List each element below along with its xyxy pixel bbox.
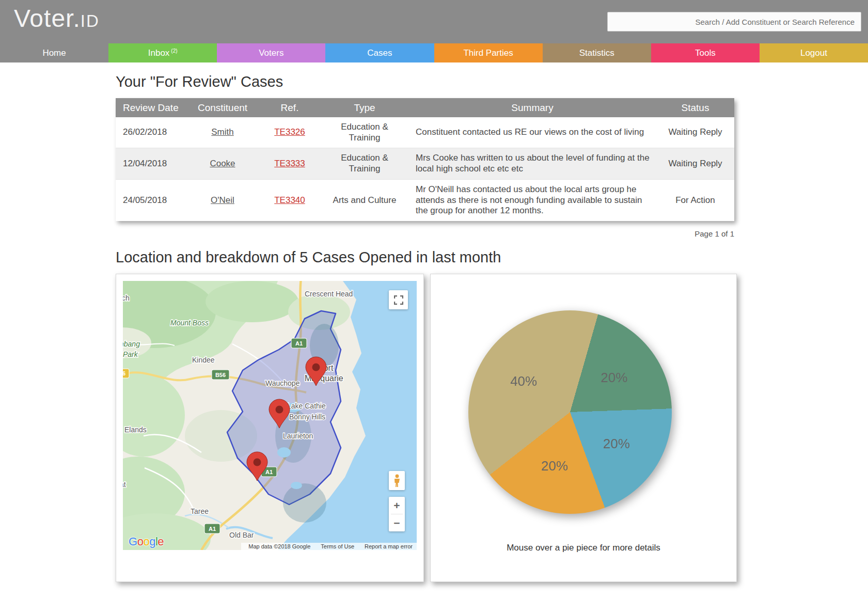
- nav-item-label: Third Parties: [463, 48, 513, 58]
- road-badge-a1-north: A1: [291, 338, 307, 348]
- map-label-kindee: Kindee: [192, 356, 215, 364]
- nav-item-inbox[interactable]: Inbox(2): [108, 43, 217, 62]
- pie-caption: Mouse over a pie piece for more details: [431, 543, 736, 553]
- nav-item-cases[interactable]: Cases: [325, 43, 434, 62]
- map-label-crescent-head: Crescent Head: [305, 290, 353, 298]
- inbox-count-badge: (2): [171, 48, 177, 54]
- map-label-elands: Elands: [124, 426, 147, 434]
- zoom-out-button[interactable]: −: [389, 514, 405, 531]
- google-logo-letter: o: [137, 535, 144, 548]
- nav-item-label: Cases: [367, 48, 392, 58]
- map-label-partial-nw: ch: [123, 294, 130, 302]
- cell-constituent: Smith: [186, 117, 259, 148]
- col-ref: Ref.: [259, 98, 321, 117]
- map-attribution: Map data ©2018 Google Terms of Use Repor…: [241, 543, 417, 550]
- table-row: 12/04/2018CookeTE3333Education & Trainin…: [116, 148, 734, 179]
- case-ref-link[interactable]: TE3340: [274, 195, 305, 205]
- map-label-laurieton: Laurieton: [283, 432, 313, 440]
- table-row: 26/02/2018SmithTE3326Education & Trainin…: [116, 117, 734, 148]
- logo-suffix: ID: [81, 11, 100, 30]
- pie-chart-panel: 20%20%20%40% Mouse over a pie piece for …: [430, 274, 737, 582]
- google-logo[interactable]: Google: [129, 535, 164, 548]
- cases-table-body: 26/02/2018SmithTE3326Education & Trainin…: [116, 117, 734, 221]
- col-review-date: Review Date: [116, 98, 186, 117]
- cases-table: Review Date Constituent Ref. Type Summar…: [116, 98, 734, 221]
- zoom-in-button[interactable]: +: [389, 497, 405, 514]
- google-logo-letter: o: [143, 535, 149, 548]
- case-ref-link[interactable]: TE3326: [274, 127, 305, 137]
- case-ref-link[interactable]: TE3333: [274, 159, 305, 168]
- google-map[interactable]: ch Crescent Head Mount Boss nbang Park K…: [123, 281, 417, 550]
- pie-slice-label: 40%: [510, 373, 537, 389]
- google-logo-letter: G: [129, 535, 137, 548]
- logo-main: Voter.: [14, 5, 81, 32]
- pie-chart[interactable]: 20%20%20%40%: [468, 310, 672, 514]
- google-logo-letter: g: [149, 535, 155, 548]
- nav-item-logout[interactable]: Logout: [760, 43, 868, 62]
- fullscreen-button[interactable]: [389, 290, 408, 309]
- col-summary: Summary: [408, 98, 656, 117]
- map-label-taree: Taree: [191, 507, 209, 515]
- report-map-error-link[interactable]: Report a map error: [365, 543, 413, 549]
- zoom-control: + −: [389, 497, 405, 531]
- nav-item-statistics[interactable]: Statistics: [543, 43, 651, 62]
- map-label-lake-cathie: Lake Cathie: [287, 402, 326, 410]
- col-type: Type: [321, 98, 408, 117]
- map-canvas: ch Crescent Head Mount Boss nbang Park K…: [123, 281, 417, 550]
- cell-review-date: 26/02/2018: [116, 117, 186, 148]
- road-badge-a1-south: A1: [204, 524, 220, 533]
- cell-ref: TE3333: [259, 148, 321, 179]
- terms-of-use-link[interactable]: Terms of Use: [321, 543, 354, 549]
- cell-type: Education & Training: [321, 148, 408, 179]
- road-badge-b56: B56: [212, 370, 229, 380]
- cell-summary: Mrs Cooke has written to us about the le…: [408, 148, 656, 179]
- map-data-copyright: Map data ©2018 Google: [248, 543, 310, 549]
- table-header-row: Review Date Constituent Ref. Type Summar…: [116, 98, 734, 117]
- cell-status: Waiting Reply: [656, 148, 734, 179]
- cell-ref: TE3326: [259, 117, 321, 148]
- pagination-label: Page 1 of 1: [116, 229, 734, 238]
- svg-text:56: 56: [123, 370, 125, 376]
- nav-item-label: Inbox: [148, 48, 170, 58]
- svg-text:A1: A1: [209, 526, 216, 532]
- col-status: Status: [656, 98, 734, 117]
- map-label-park-2: Park: [123, 350, 138, 358]
- nav-item-label: Logout: [800, 48, 827, 58]
- table-row: 24/05/2018O'NeilTE3340Arts and CultureMr…: [116, 179, 734, 221]
- constituent-link[interactable]: O'Neil: [211, 195, 234, 205]
- cell-constituent: Cooke: [186, 148, 259, 179]
- nav-item-third-parties[interactable]: Third Parties: [434, 43, 543, 62]
- map-panel: ch Crescent Head Mount Boss nbang Park K…: [116, 274, 424, 582]
- nav-item-tools[interactable]: Tools: [651, 43, 760, 62]
- pie-slice-label: 20%: [603, 435, 630, 451]
- constituent-link[interactable]: Cooke: [210, 159, 235, 168]
- map-label-wauchope: Wauchope: [265, 379, 300, 387]
- svg-text:B56: B56: [215, 372, 226, 378]
- map-label-bonny-hills: Bonny Hills: [289, 413, 325, 421]
- svg-text:A1: A1: [295, 340, 303, 347]
- nav-item-voters[interactable]: Voters: [217, 43, 325, 62]
- map-label-mount-boss: Mount Boss: [170, 319, 209, 327]
- map-label-old-bar: Old Bar: [229, 531, 254, 539]
- nav-item-label: Home: [42, 48, 66, 58]
- nav-item-home[interactable]: Home: [0, 43, 108, 62]
- pegman-button[interactable]: [389, 471, 405, 490]
- pie-slice-label: 20%: [601, 370, 627, 386]
- google-logo-letter: e: [157, 535, 164, 548]
- breakdown-section-title: Location and breakdown of 5 Cases Opened…: [116, 249, 737, 266]
- nav-item-label: Statistics: [579, 48, 614, 58]
- cell-type: Arts and Culture: [321, 179, 408, 221]
- cell-ref: TE3340: [259, 179, 321, 221]
- road-badge-56: 56: [123, 369, 129, 378]
- main-nav: HomeInbox(2)VotersCasesThird PartiesStat…: [0, 43, 868, 62]
- constituent-link[interactable]: Smith: [211, 127, 233, 137]
- svg-text:A1: A1: [265, 469, 273, 475]
- col-constituent: Constituent: [186, 98, 259, 117]
- cases-section-title: Your "For Review" Cases: [116, 73, 737, 90]
- cell-summary: Mr O'Neill has contacted us about the lo…: [408, 179, 656, 221]
- map-label-partial-w: at: [123, 480, 126, 489]
- nav-item-label: Voters: [259, 48, 283, 58]
- search-input[interactable]: [607, 12, 861, 32]
- cell-review-date: 24/05/2018: [116, 179, 186, 221]
- cell-type: Education & Training: [321, 117, 408, 148]
